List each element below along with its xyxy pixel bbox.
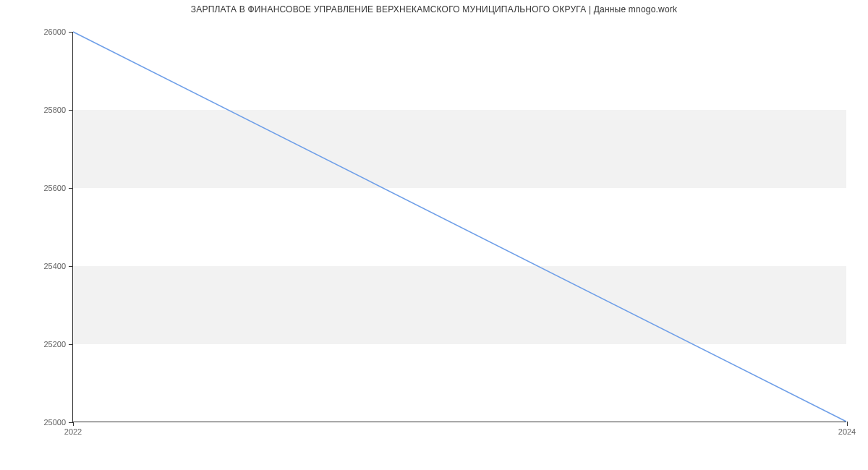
line-layer bbox=[73, 32, 846, 422]
data-line bbox=[73, 32, 846, 422]
chart-container: ЗАРПЛАТА В ФИНАНСОВОЕ УПРАВЛЕНИЕ ВЕРХНЕК… bbox=[0, 0, 868, 470]
y-tick-label: 25400 bbox=[43, 262, 73, 270]
x-tick-label: 2022 bbox=[64, 422, 82, 436]
x-tick-label: 2024 bbox=[838, 422, 856, 436]
y-tick-label: 26000 bbox=[43, 27, 73, 36]
plot-area: 25000252002540025600258002600020222024 bbox=[72, 32, 846, 422]
y-tick-label: 25200 bbox=[43, 340, 73, 349]
y-tick-label: 25600 bbox=[43, 184, 73, 192]
y-tick-label: 25800 bbox=[43, 106, 73, 114]
chart-title: ЗАРПЛАТА В ФИНАНСОВОЕ УПРАВЛЕНИЕ ВЕРХНЕК… bbox=[0, 4, 868, 14]
